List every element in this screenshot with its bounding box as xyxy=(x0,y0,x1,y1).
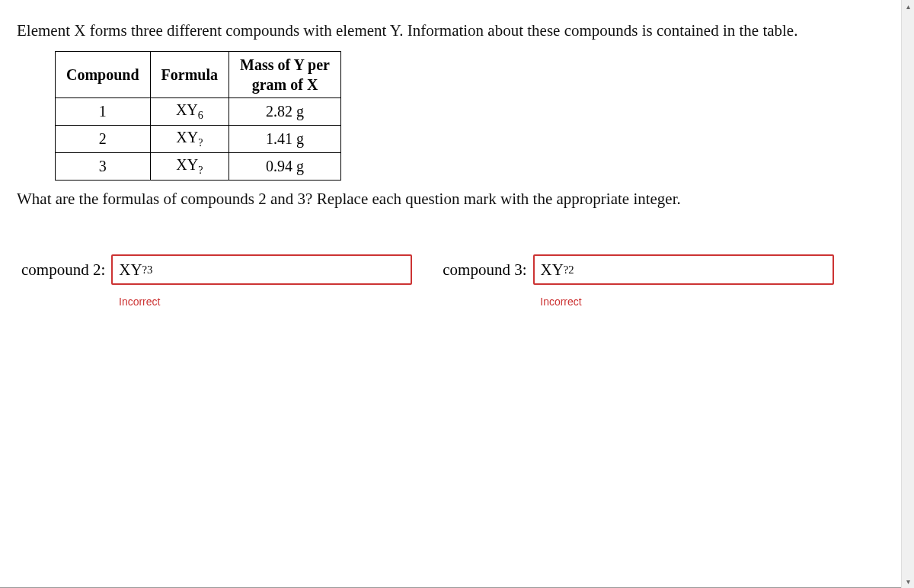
answer-block-compound3: compound 3: XY?2 Incorrect xyxy=(443,254,833,308)
feedback-compound2: Incorrect xyxy=(119,296,412,308)
cell-mass: 1.41 g xyxy=(229,126,341,153)
header-mass-line1: Mass of Y per xyxy=(240,56,330,73)
question-prompt: What are the formulas of compounds 2 and… xyxy=(17,190,884,209)
answer-input-compound3[interactable]: XY?2 xyxy=(533,254,834,285)
answer-line: compound 2: XY?3 xyxy=(21,254,412,285)
cell-formula: XY6 xyxy=(150,98,228,126)
scroll-down-button[interactable]: ▾ xyxy=(902,575,914,588)
answer-value-sub: ?3 xyxy=(142,264,153,276)
scroll-track[interactable] xyxy=(902,13,914,575)
formula-sub: 6 xyxy=(198,110,203,121)
header-formula: Formula xyxy=(150,52,228,98)
vertical-scrollbar[interactable]: ▴ ▾ xyxy=(901,0,914,588)
header-compound: Compound xyxy=(56,52,151,98)
answer-label-compound2: compound 2: xyxy=(21,260,105,280)
cell-compound: 3 xyxy=(56,153,151,181)
formula-base: XY xyxy=(176,156,198,173)
feedback-compound3: Incorrect xyxy=(540,296,833,308)
answer-block-compound2: compound 2: XY?3 Incorrect xyxy=(21,254,412,308)
header-mass-line2: gram of X xyxy=(252,76,318,93)
answer-line: compound 3: XY?2 xyxy=(443,254,833,285)
formula-sub: ? xyxy=(198,165,203,176)
question-content: Element X forms three different compound… xyxy=(0,0,901,588)
answer-value-base: XY xyxy=(119,260,142,280)
cell-formula: XY? xyxy=(150,126,228,153)
formula-base: XY xyxy=(176,129,198,145)
answer-value-sub: ?2 xyxy=(564,264,574,276)
cell-compound: 2 xyxy=(56,126,151,153)
answer-label-compound3: compound 3: xyxy=(443,260,526,280)
table-row: 1 XY6 2.82 g xyxy=(56,98,341,126)
header-mass: Mass of Y per gram of X xyxy=(229,52,341,98)
cell-formula: XY? xyxy=(150,153,228,181)
answer-value-base: XY xyxy=(541,260,564,280)
scroll-up-button[interactable]: ▴ xyxy=(902,0,914,13)
formula-base: XY xyxy=(176,101,198,118)
answers-row: compound 2: XY?3 Incorrect compound 3: X… xyxy=(21,254,884,308)
table-row: 3 XY? 0.94 g xyxy=(56,153,341,181)
cell-mass: 0.94 g xyxy=(229,153,341,181)
cell-compound: 1 xyxy=(56,98,151,126)
formula-sub: ? xyxy=(198,137,203,149)
table-row: 2 XY? 1.41 g xyxy=(56,126,341,153)
answer-input-compound2[interactable]: XY?3 xyxy=(111,254,412,285)
intro-text: Element X forms three different compound… xyxy=(17,21,884,40)
table-header-row: Compound Formula Mass of Y per gram of X xyxy=(56,52,341,98)
cell-mass: 2.82 g xyxy=(229,98,341,126)
compound-table: Compound Formula Mass of Y per gram of X… xyxy=(55,51,341,181)
